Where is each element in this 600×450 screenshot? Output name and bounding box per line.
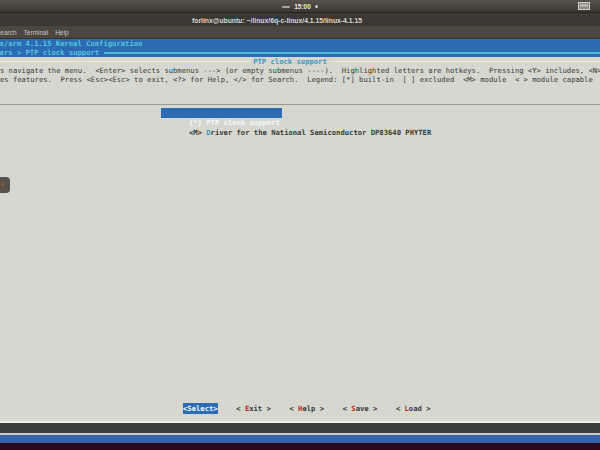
kernel-config-breadcrumb-row: > Device Drivers > PTP clock support bbox=[0, 48, 600, 57]
item-state-flag[interactable]: <M> bbox=[189, 128, 202, 137]
system-top-bar: 15:00 bbox=[0, 0, 600, 13]
help-button[interactable]: < Help > bbox=[289, 403, 324, 414]
menu-help[interactable]: Help bbox=[55, 29, 68, 36]
status-dot-icon bbox=[315, 5, 318, 8]
button-text: < bbox=[343, 404, 352, 413]
menu-terminal[interactable]: Terminal bbox=[24, 29, 49, 36]
select-button[interactable]: <Select> bbox=[183, 403, 218, 414]
clock-area[interactable]: 15:00 bbox=[0, 0, 600, 13]
terminal-content: .config - Linux/arm 4.1.15 Kernel Config… bbox=[0, 39, 600, 422]
menu-search[interactable]: Search bbox=[0, 29, 17, 36]
menubar-items: Search Terminal Help bbox=[0, 26, 69, 39]
breadcrumb-rule bbox=[104, 52, 600, 54]
background-blue-band bbox=[0, 435, 600, 443]
item-label: river for the National Semiconductor DP8… bbox=[211, 128, 432, 137]
button-text: <Select> bbox=[183, 404, 218, 413]
button-text: < bbox=[236, 404, 245, 413]
window-title: forlinx@ubuntu: ~/linux/6q-c-linux/4.1.1… bbox=[192, 16, 362, 23]
desktop-screen: 15:00 forlinx@ubuntu: ~/linux/6q-c-linux… bbox=[0, 0, 600, 450]
kernel-config-header-row: .config - Linux/arm 4.1.15 Kernel Config… bbox=[0, 39, 600, 48]
button-text: oad > bbox=[409, 404, 431, 413]
menu-box-border bbox=[0, 104, 600, 105]
window-frame-band bbox=[0, 423, 600, 433]
button-text: elp > bbox=[302, 404, 324, 413]
clock-label[interactable]: 15:00 bbox=[294, 3, 311, 10]
help-text-line2: modularizes features. Press <Esc><Esc> t… bbox=[0, 75, 593, 84]
load-button[interactable]: < Load > bbox=[396, 403, 431, 414]
button-text: < bbox=[396, 404, 405, 413]
launcher-peek-icon[interactable] bbox=[0, 177, 10, 193]
menu-item-dp83640-driver[interactable]: <M>Driver for the National Semiconductor… bbox=[163, 118, 431, 128]
button-text: < bbox=[289, 404, 298, 413]
dialog-title: PTP clock support bbox=[250, 57, 330, 66]
terminal-titlebar[interactable]: forlinx@ubuntu: ~/linux/6q-c-linux/4.1.1… bbox=[0, 13, 600, 26]
menu-item-ptp-clock-support[interactable]: {*}PTP clock support bbox=[161, 108, 282, 118]
kernel-config-header: .config - Linux/arm 4.1.15 Kernel Config… bbox=[0, 39, 142, 48]
save-button[interactable]: < Save > bbox=[343, 403, 378, 414]
indicator-dash-icon bbox=[282, 6, 290, 8]
terminal-menubar: Search Terminal Help bbox=[0, 26, 600, 39]
dialog-buttons: <Select> < Exit > < Help > < Save > < Lo… bbox=[183, 403, 431, 414]
button-text: xit > bbox=[249, 404, 271, 413]
breadcrumb: > Device Drivers > PTP clock support bbox=[0, 48, 99, 57]
exit-button[interactable]: < Exit > bbox=[236, 403, 271, 414]
desktop-wallpaper-band bbox=[0, 443, 600, 450]
display-tray-icon[interactable] bbox=[578, 2, 590, 10]
button-text: ave > bbox=[356, 404, 378, 413]
